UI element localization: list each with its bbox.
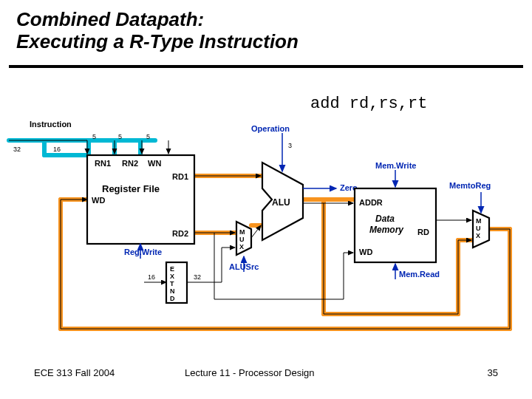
title-line-2: Executing a R-Type Instruction — [16, 30, 299, 52]
memwrite-label: Mem.Write — [375, 161, 416, 170]
regfile-title: Register File — [102, 183, 160, 194]
footer-page: 35 — [488, 367, 498, 378]
footer-course: ECE 313 Fall 2004 — [34, 367, 115, 378]
svg-text:T: T — [170, 280, 174, 287]
rd2-label: RD2 — [172, 229, 188, 238]
svg-text:X: X — [239, 243, 244, 250]
mem-title2: Memory — [369, 225, 404, 235]
datapath-diagram: Instruction 32 16 5 5 5 RN1 RN2 WN RD1 R… — [0, 111, 532, 347]
svg-text:5: 5 — [118, 133, 122, 140]
svg-text:X: X — [476, 232, 480, 239]
rd-label: RD — [417, 228, 429, 236]
svg-text:D: D — [170, 295, 175, 302]
svg-text:M: M — [239, 228, 245, 236]
wd-label: WD — [92, 196, 105, 205]
svg-text:M: M — [476, 217, 482, 225]
svg-text:E: E — [170, 265, 174, 273]
instruction-label: Instruction — [30, 120, 72, 129]
svg-text:N: N — [170, 287, 175, 295]
title-underline — [9, 65, 523, 68]
footer-lecture: Lecture 11 - Processor Design — [185, 367, 315, 378]
rn1-label: RN1 — [95, 159, 111, 168]
alu-label: ALU — [272, 197, 290, 208]
svg-text:U: U — [239, 236, 245, 243]
rn2-label: RN2 — [122, 159, 138, 168]
svg-text:5: 5 — [92, 133, 96, 140]
mem-title1: Data — [375, 214, 395, 224]
regwrite-label: Reg.Write — [124, 248, 162, 256]
svg-text:X: X — [170, 273, 174, 280]
addr-label: ADDR — [359, 198, 383, 207]
title-line-1: Combined Datapath: — [16, 8, 204, 30]
operation-label: Operation — [251, 124, 290, 133]
svg-text:32: 32 — [194, 273, 201, 281]
svg-text:3: 3 — [288, 142, 292, 149]
memwd-label: WD — [359, 248, 372, 256]
memread-label: Mem.Read — [399, 270, 440, 279]
rd1-label: RD1 — [172, 172, 188, 181]
svg-text:U: U — [476, 225, 481, 232]
svg-text:5: 5 — [146, 133, 150, 140]
bus-16: 16 — [53, 146, 61, 153]
wn-label: WN — [148, 159, 161, 168]
memtoreg-label: MemtoReg — [449, 181, 491, 190]
slide-title: Combined Datapath: Executing a R-Type In… — [16, 9, 299, 53]
bus-32-a: 32 — [13, 146, 21, 153]
svg-text:16: 16 — [148, 273, 155, 281]
